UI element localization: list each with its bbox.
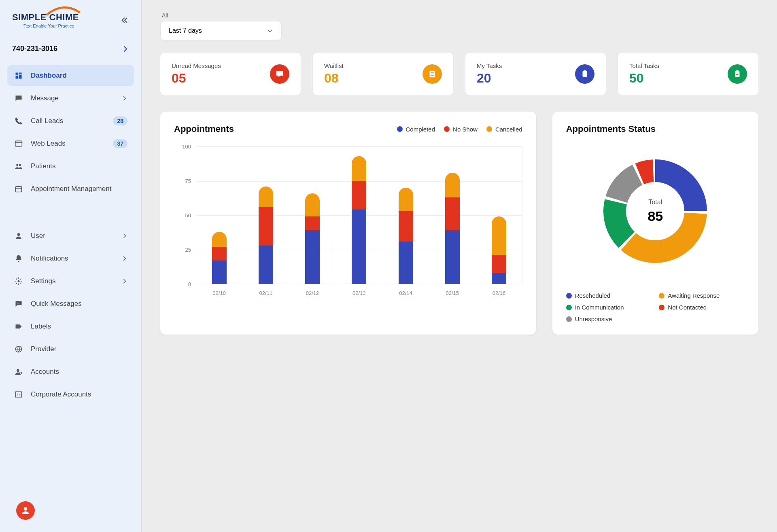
nav-label: Notifications <box>31 254 122 263</box>
legend-item: Cancelled <box>486 126 522 133</box>
logo-row: SIMPLE CHIME Text Enable Your Practice <box>0 0 141 36</box>
svg-rect-32 <box>583 71 587 77</box>
chevron-right-icon <box>122 278 127 284</box>
gear-icon <box>14 276 23 286</box>
y-tick: 25 <box>185 247 191 253</box>
sidebar-item-web-leads[interactable]: Web Leads37 <box>7 133 134 154</box>
nav-label: Accounts <box>31 368 127 376</box>
nav-badge: 37 <box>113 139 127 148</box>
svg-rect-3 <box>16 76 19 79</box>
date-range-select[interactable]: Last 7 days <box>160 21 282 40</box>
sidebar-item-quick-messages[interactable]: Quick Messages <box>7 293 134 314</box>
nav-label: Dashboard <box>31 72 127 80</box>
legend-dot-icon <box>486 126 492 132</box>
sidebar-item-message[interactable]: Message <box>7 88 134 109</box>
bar-segment <box>399 242 413 284</box>
logo-swoosh-icon <box>45 6 81 16</box>
user-icon <box>14 231 23 241</box>
kpi-total-tasks[interactable]: Total Tasks50 <box>618 53 758 95</box>
sidebar: SIMPLE CHIME Text Enable Your Practice 7… <box>0 0 142 532</box>
corporate-icon <box>14 390 23 399</box>
chevron-right-icon <box>122 233 127 239</box>
phone-row[interactable]: 740-231-3016 <box>0 36 141 61</box>
bar-col <box>259 146 273 284</box>
sidebar-item-notifications[interactable]: Notifications <box>7 248 134 269</box>
kpi-value: 08 <box>324 71 344 86</box>
legend-label: Rescheduled <box>575 292 611 299</box>
kpi-label: Waitlist <box>324 62 344 69</box>
legend-label: In Communication <box>575 304 624 311</box>
dashboard-icon <box>14 71 23 81</box>
brand-tagline: Text Enable Your Practice <box>23 23 79 28</box>
bar-segment <box>212 261 227 284</box>
y-tick: 50 <box>185 212 191 218</box>
svg-point-13 <box>18 280 20 282</box>
legend-label: Cancelled <box>495 126 522 133</box>
y-tick: 100 <box>182 144 191 150</box>
chevron-right-icon <box>122 45 129 53</box>
nav: DashboardMessageCall Leads28Web Leads37P… <box>0 61 141 493</box>
bar-segment <box>259 187 273 207</box>
svg-rect-8 <box>16 187 22 192</box>
legend-item: Unresponsive <box>566 316 652 322</box>
bars <box>196 146 522 284</box>
nav-label: Provider <box>31 345 127 353</box>
kpi-row: Unread Messages05Waitlist08My Tasks20Tot… <box>160 53 758 95</box>
legend-item: No Show <box>444 126 478 133</box>
sidebar-item-corporate-accounts[interactable]: Corporate Accounts <box>7 384 134 405</box>
collapse-sidebar-button[interactable] <box>120 16 129 25</box>
nav-label: Quick Messages <box>31 300 127 308</box>
legend-label: No Show <box>453 126 478 133</box>
kpi-my-tasks[interactable]: My Tasks20 <box>465 53 606 95</box>
kpi-waitlist[interactable]: Waitlist08 <box>313 53 453 95</box>
legend-dot-icon <box>566 305 572 310</box>
sidebar-item-labels[interactable]: Labels <box>7 316 134 337</box>
legend-dot-icon <box>566 293 572 299</box>
bar-segment <box>259 246 273 284</box>
kpi-value: 05 <box>172 71 221 86</box>
sidebar-item-provider[interactable]: Provider <box>7 339 134 360</box>
y-axis: 0255075100 <box>174 146 194 284</box>
sidebar-item-call-leads[interactable]: Call Leads28 <box>7 110 134 131</box>
sidebar-item-accounts[interactable]: Accounts <box>7 361 134 382</box>
donut-center-label: Total <box>648 199 663 206</box>
x-tick: 02/16 <box>493 290 506 296</box>
legend-item: Not Contacted <box>659 304 745 311</box>
phone-icon <box>14 116 23 126</box>
brand-name: SIMPLE CHIME <box>12 12 79 23</box>
bar-segment <box>352 156 366 181</box>
phone-number: 740-231-3016 <box>12 45 57 53</box>
legend-item: Awaiting Response <box>659 292 745 299</box>
svg-point-15 <box>18 303 19 304</box>
sidebar-item-dashboard[interactable]: Dashboard <box>7 65 134 86</box>
bar-segment <box>399 211 413 242</box>
account-icon <box>14 367 23 377</box>
legend-dot-icon <box>397 126 403 132</box>
charts-row: Appointments CompletedNo ShowCancelled 0… <box>160 112 758 335</box>
web-icon <box>14 139 23 148</box>
chevron-right-icon <box>122 256 127 261</box>
bar-segment <box>445 230 460 284</box>
sidebar-item-patients[interactable]: Patients <box>7 156 134 177</box>
bar-col <box>305 146 320 284</box>
bar-segment <box>305 230 320 284</box>
filter-scope-label: All <box>162 12 758 19</box>
sidebar-item-appointment-management[interactable]: Appointment Management <box>7 178 134 199</box>
people-icon <box>14 161 23 171</box>
sidebar-item-user[interactable]: User <box>7 225 134 246</box>
message-icon <box>14 93 23 103</box>
chat-icon <box>14 299 23 309</box>
svg-point-14 <box>17 303 18 304</box>
status-title: Appointments Status <box>566 124 745 134</box>
avatar[interactable] <box>16 501 35 520</box>
x-tick: 02/13 <box>352 290 366 296</box>
kpi-unread-messages[interactable]: Unread Messages05 <box>160 53 301 95</box>
bar-segment <box>352 210 366 284</box>
donut-wrap: Total85 <box>566 146 745 276</box>
kpi-label: Total Tasks <box>629 62 659 69</box>
legend-item: Rescheduled <box>566 292 652 299</box>
chevron-double-left-icon <box>120 16 129 25</box>
sidebar-item-settings[interactable]: Settings <box>7 271 134 292</box>
x-axis: 02/1002/1102/1202/1302/1402/1502/16 <box>196 290 522 296</box>
svg-rect-4 <box>15 141 22 146</box>
